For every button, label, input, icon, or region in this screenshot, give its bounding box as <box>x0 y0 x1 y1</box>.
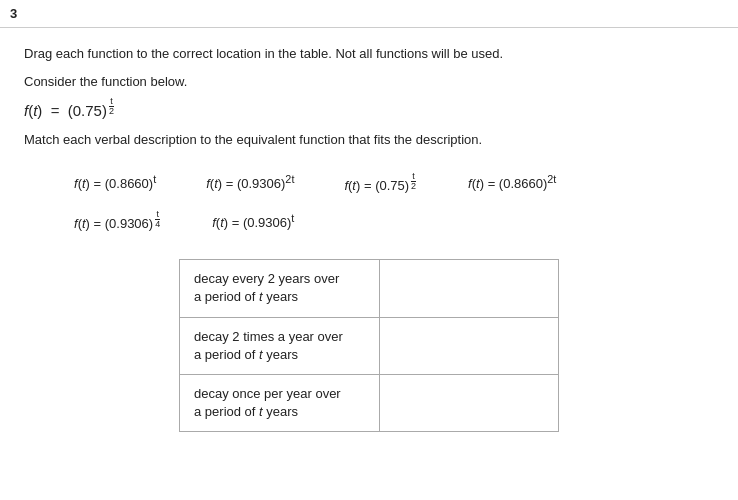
function-item-3[interactable]: f(t) = (0.75)t2 <box>314 168 438 197</box>
function-item-2[interactable]: f(t) = (0.9306)2t <box>176 169 314 195</box>
function-item-1[interactable]: f(t) = (0.8660)t <box>74 169 176 195</box>
description-cell-2: decay 2 times a year overa period of t y… <box>180 317 380 374</box>
answer-cell-3[interactable] <box>379 374 558 431</box>
table-row: decay every 2 years overa period of t ye… <box>180 260 559 317</box>
table-row: decay 2 times a year overa period of t y… <box>180 317 559 374</box>
function-item-5[interactable]: f(t) = (0.9306)t4 <box>74 206 182 235</box>
consider-text: Consider the function below. <box>24 74 714 89</box>
match-instruction-text: Match each verbal description to the equ… <box>24 130 714 150</box>
instruction-text: Drag each function to the correct locati… <box>24 44 714 64</box>
description-cell-1: decay every 2 years overa period of t ye… <box>180 260 380 317</box>
table-row: decay once per year overa period of t ye… <box>180 374 559 431</box>
function-item-4[interactable]: f(t) = (0.8660)2t <box>438 169 576 195</box>
answer-cell-1[interactable] <box>379 260 558 317</box>
page-number: 3 <box>0 0 738 28</box>
answer-cell-2[interactable] <box>379 317 558 374</box>
matching-table: decay every 2 years overa period of t ye… <box>179 259 559 432</box>
main-formula: f(t) = (0.75)t2 <box>24 97 714 119</box>
drop-table-area: decay every 2 years overa period of t ye… <box>24 259 714 432</box>
function-item-6[interactable]: f(t) = (0.9306)t <box>182 208 314 234</box>
description-cell-3: decay once per year overa period of t ye… <box>180 374 380 431</box>
